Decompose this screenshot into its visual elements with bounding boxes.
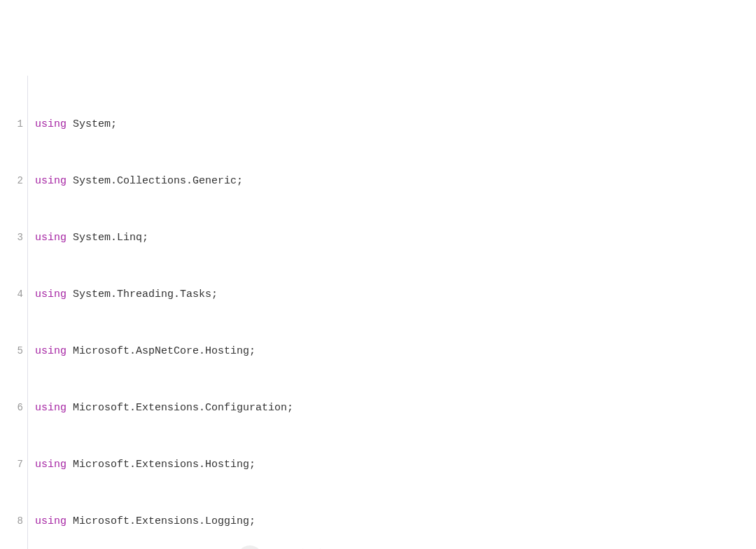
code-line: using Microsoft.Extensions.Hosting; — [35, 455, 476, 474]
line-number: 2 — [0, 172, 23, 190]
code-line: using Microsoft.Extensions.Configuration… — [35, 398, 476, 417]
code-line: using System.Linq; — [35, 228, 476, 247]
line-number: 3 — [0, 228, 23, 247]
code-area: using System; using System.Collections.G… — [28, 76, 476, 549]
line-number: 7 — [0, 455, 23, 474]
svg-point-0 — [239, 545, 261, 549]
line-number: 1 — [0, 115, 23, 134]
code-line: using System; — [35, 115, 476, 134]
line-number: 5 — [0, 342, 23, 361]
line-number: 6 — [0, 398, 23, 417]
line-number: 4 — [0, 285, 23, 304]
line-number: 8 — [0, 512, 23, 531]
code-editor: 1 2 3 4 5 6 7 8 9 10 11 12 13 14 15 16 1… — [0, 76, 756, 549]
code-line: using Microsoft.Extensions.Logging; — [35, 512, 476, 531]
code-line: using Microsoft.AspNetCore.Hosting; — [35, 342, 476, 361]
code-line: using System.Collections.Generic; — [35, 172, 476, 190]
line-number-gutter: 1 2 3 4 5 6 7 8 9 10 11 12 13 14 15 16 1… — [0, 76, 28, 549]
code-line: using System.Threading.Tasks; — [35, 285, 476, 304]
